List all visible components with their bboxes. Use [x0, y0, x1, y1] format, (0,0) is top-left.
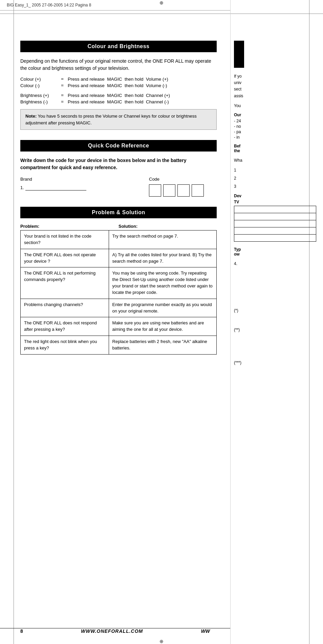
footer-page-number: 8	[20, 628, 23, 634]
sidebar-type-section: Typow	[234, 247, 316, 257]
table-row	[234, 206, 316, 213]
brightness-label-1: Brightness (+)	[20, 93, 61, 98]
colour-label-2: Colour (-)	[20, 83, 61, 88]
colour-value-2: Press and release MAGIC then hold Volume…	[68, 83, 217, 88]
dev-cell	[234, 220, 316, 227]
dev-cell	[234, 235, 316, 242]
dev-cell	[234, 206, 316, 213]
problem-cell-5: The ONE FOR ALL does not respond after p…	[21, 317, 109, 336]
ps-col-solution: Solution:	[119, 224, 217, 229]
colour-eq-2: =	[61, 83, 68, 88]
colour-eq-1: =	[61, 77, 68, 82]
problem-cell-3: The ONE FOR ALL is not performing comman…	[21, 267, 109, 299]
code-box-1[interactable]	[149, 184, 161, 197]
brand-underline	[25, 184, 86, 190]
sidebar-footnote-2: (**)	[234, 327, 316, 333]
problem-cell-4: Problems changing channels?	[21, 299, 109, 317]
colour-row-1: Colour (+) = Press and release MAGIC the…	[20, 77, 217, 82]
ps-col-problem: Problem:	[20, 224, 119, 229]
sidebar-dev-section: Dev TV	[234, 194, 316, 242]
note-text: You have 5 seconds to press the Volume o…	[25, 114, 197, 125]
solution-cell-6: Replace batteries with 2 fresh, new "AA"…	[109, 336, 216, 355]
note-box: Note: You have 5 seconds to press the Vo…	[20, 109, 217, 130]
sidebar-item-4: - in	[234, 135, 316, 140]
table-row	[234, 213, 316, 220]
code-entry-row: Brand 1. Code	[20, 177, 217, 197]
sidebar-footnote-3-wrapper: (***)	[234, 360, 316, 366]
brand-line: 1.	[20, 184, 135, 190]
quick-code-header: Quick Code Reference	[20, 140, 217, 152]
note-label: Note:	[25, 114, 37, 119]
header-text: BIG Easy_1_ 2005 27-06-2005 14:22 Pagina…	[7, 3, 91, 7]
solution-cell-2: A) Try all the codes listed for your bra…	[109, 249, 216, 267]
colour-value-1: Press and release MAGIC then hold Volume…	[68, 77, 217, 82]
colour-row-2: Colour (-) = Press and release MAGIC the…	[20, 83, 217, 88]
brightness-label-2: Brightness (-)	[20, 99, 61, 104]
sidebar-footnotes: (*) (**) (***)	[234, 308, 316, 365]
solution-cell-3: You may be using the wrong code. Try rep…	[109, 267, 216, 299]
sidebar-what-label: Wha	[234, 157, 316, 164]
sidebar-footnote-2-wrapper: (**)	[234, 327, 316, 333]
sidebar-item-3: - pa	[234, 129, 316, 134]
code-column: Code	[149, 177, 217, 197]
sidebar: If younivsectassis You Our - 24 - no - p…	[230, 0, 323, 644]
code-box-2[interactable]	[163, 184, 175, 197]
sidebar-item-1: - 24	[234, 119, 316, 123]
quick-code-section: Quick Code Reference Write down the code…	[20, 140, 217, 197]
brightness-row-1: Brightness (+) = Press and release MAGIC…	[20, 93, 217, 98]
sidebar-what-section: Wha 1 2 3	[234, 157, 316, 189]
sidebar-step-2: 2	[234, 175, 316, 181]
colour-header: Colour and Brightness	[20, 41, 217, 52]
problem-cell-1: Your brand is not listed in the code sec…	[21, 230, 109, 249]
page-container: ⊕ ⊕ BIG Easy_1_ 2005 27-06-2005 14:22 Pa…	[0, 0, 323, 644]
dev-cell	[234, 227, 316, 235]
sidebar-our: Our	[234, 113, 316, 117]
problem-section: Problem & Solution Problem: Solution: Yo…	[20, 207, 217, 355]
sidebar-item-2: - no	[234, 124, 316, 129]
footer-url: WWW.ONEFORALL.COM	[81, 628, 143, 634]
ps-table: Your brand is not listed in the code sec…	[20, 230, 217, 355]
ps-table-header: Problem: Solution:	[20, 224, 217, 229]
main-content: BIG Easy_1_ 2005 27-06-2005 14:22 Pagina…	[0, 0, 230, 644]
table-row	[234, 220, 316, 227]
brightness-value-2: Press and release MAGIC then hold Channe…	[68, 99, 217, 104]
brightness-row-2: Brightness (-) = Press and release MAGIC…	[20, 99, 217, 104]
sidebar-content: If younivsectassis You Our - 24 - no - p…	[234, 41, 316, 366]
brightness-eq-1: =	[61, 93, 68, 98]
code-label: Code	[149, 177, 217, 182]
sidebar-step4-section: 4.	[234, 261, 316, 267]
brightness-eq-2: =	[61, 99, 68, 104]
code-boxes	[149, 184, 217, 197]
brightness-table: Brightness (+) = Press and release MAGIC…	[20, 93, 217, 104]
footer-url-right: WW	[201, 628, 210, 634]
table-row: Problems changing channels? Enter the pr…	[21, 299, 217, 317]
table-row: The ONE FOR ALL is not performing comman…	[21, 267, 217, 299]
brand-label: Brand	[20, 177, 135, 182]
sidebar-before-section: Befthe	[234, 144, 316, 153]
code-box-3[interactable]	[177, 184, 190, 197]
code-box-4[interactable]	[192, 184, 204, 197]
colour-section: Colour and Brightness Depending on the f…	[20, 41, 217, 130]
sidebar-tv-label: TV	[234, 200, 316, 204]
problem-header: Problem & Solution	[20, 207, 217, 218]
table-row: The red light does not blink when you pr…	[21, 336, 217, 355]
problem-cell-6: The red light does not blink when you pr…	[21, 336, 109, 355]
page-footer: 8 WWW.ONEFORALL.COM WW	[0, 628, 230, 634]
colour-label-1: Colour (+)	[20, 77, 61, 82]
quick-code-intro: Write down the code for your device in t…	[20, 157, 217, 171]
problem-cell-2: The ONE FOR ALL does not operate your de…	[21, 249, 109, 267]
line-number: 1.	[20, 185, 24, 190]
solution-cell-5: Make sure you are using new batteries an…	[109, 317, 216, 336]
sidebar-dev-table	[234, 206, 316, 242]
sidebar-step-3: 3	[234, 183, 316, 189]
table-row: The ONE FOR ALL does not respond after p…	[21, 317, 217, 336]
sidebar-intro: If younivsectassis	[234, 73, 316, 99]
solution-cell-1: Try the search method on page 7.	[109, 230, 216, 249]
page-header: BIG Easy_1_ 2005 27-06-2005 14:22 Pagina…	[0, 0, 230, 11]
sidebar-type-label: Typow	[234, 247, 316, 257]
sidebar-step-1: 1	[234, 167, 316, 173]
sidebar-black-bar	[234, 41, 244, 68]
colour-table: Colour (+) = Press and release MAGIC the…	[20, 77, 217, 88]
dev-cell	[234, 213, 316, 220]
brightness-value-1: Press and release MAGIC then hold Channe…	[68, 93, 217, 98]
